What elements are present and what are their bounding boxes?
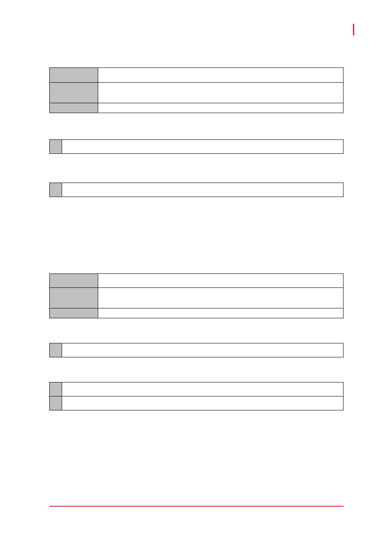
row-label xyxy=(50,308,98,318)
table-row xyxy=(50,140,344,154)
row-value xyxy=(98,103,344,113)
spacer xyxy=(49,357,344,382)
spacer xyxy=(49,113,344,139)
single-row-table-3 xyxy=(49,343,344,357)
definition-table-b xyxy=(49,273,344,318)
row-label xyxy=(50,396,62,410)
row-label xyxy=(50,183,62,197)
row-label xyxy=(50,274,98,288)
spacer xyxy=(49,197,344,273)
row-label xyxy=(50,382,62,396)
single-row-table-2 xyxy=(49,183,344,197)
table-row xyxy=(50,103,344,113)
row-value xyxy=(62,382,344,396)
footer-rule xyxy=(49,506,344,507)
table-row xyxy=(50,183,344,197)
row-label xyxy=(50,83,98,103)
content-area xyxy=(49,67,344,410)
table-row xyxy=(50,308,344,318)
header-accent-mark xyxy=(353,24,354,35)
table-row xyxy=(50,274,344,288)
definition-table-a xyxy=(49,67,344,113)
row-value xyxy=(62,343,344,357)
row-value xyxy=(98,68,344,83)
row-value xyxy=(62,183,344,197)
row-label xyxy=(50,103,98,113)
row-label xyxy=(50,288,98,308)
row-label xyxy=(50,68,98,83)
row-value xyxy=(98,308,344,318)
page xyxy=(0,0,392,556)
row-value xyxy=(98,288,344,308)
row-value xyxy=(62,140,344,154)
spacer xyxy=(49,154,344,183)
row-label xyxy=(50,343,62,357)
row-value xyxy=(98,83,344,103)
row-label xyxy=(50,140,62,154)
single-row-table-1 xyxy=(49,139,344,154)
table-row xyxy=(50,288,344,308)
table-row xyxy=(50,382,344,396)
two-row-table xyxy=(49,382,344,410)
spacer xyxy=(49,318,344,343)
table-row xyxy=(50,68,344,83)
table-row xyxy=(50,396,344,410)
row-value xyxy=(62,396,344,410)
table-row xyxy=(50,343,344,357)
row-value xyxy=(98,274,344,288)
table-row xyxy=(50,83,344,103)
